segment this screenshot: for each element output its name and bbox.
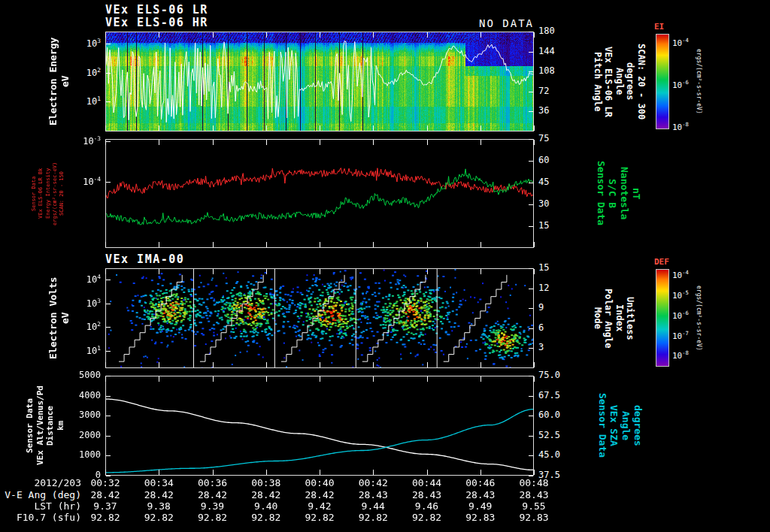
alt-top-tick-mark [534,376,535,382]
ima-bottom-tick-mark [320,362,320,367]
els-bottom-tick-mark [427,125,428,131]
time-tick-label: 00:40 [297,478,342,488]
ima-panel-title: VEx IMA-00 [105,254,184,266]
bottom-row-label: V-E Ang (deg) [3,490,81,500]
bottom-row-value: 28.43 [405,490,450,500]
els-colorbar-units: ergs/(cm²-s-sr-eV) [695,34,702,129]
ima-right-axis-title-line: Unitless [626,268,635,368]
els-bottom-tick-mark [266,125,267,131]
no-data-label: NO DATA [417,18,534,29]
bottom-row-value: 9.49 [458,501,503,512]
page-title-els-lr: VEx ELS-06 LR [105,5,208,17]
mag-bottom-tick-mark [266,242,267,247]
els-right-axis-title: Pitch AngleVEx ELS-06 LRAngledegreesSCAN… [593,32,646,131]
alt-bottom-tick-mark [373,470,374,475]
alt-top-tick-mark [266,376,267,382]
bottom-row-value: 28.43 [511,490,556,500]
ima-right-tick-mark [529,328,533,329]
alt-bottom-tick-mark [159,470,159,475]
mag-right-axis-title-line: nT [631,139,641,248]
els-top-tick-mark [320,32,320,38]
ima-left-tick-mark [106,280,111,280]
alt-sza-lineplot-canvas [106,376,533,475]
alt-left-axis-title-line: Sensor Data [26,376,35,476]
alt-right-axis-title: Sensor DataVEx SZAAngledegrees [597,376,643,476]
els-top-tick-mark [159,32,159,38]
els-right-tick-label: 36 [538,106,573,116]
ima-top-tick-mark [480,269,481,274]
alt-left-axis-title-line: VEx Alt/Venus/Pd [36,376,45,476]
ima-colorbar-title: DEF [654,258,684,267]
mag-left-axis-title-line: Energy Intensity [46,139,51,248]
time-tick-label: 00:32 [83,478,128,488]
ima-colorbar-units-text: ergs/(cm²-s-sr-eV) [696,269,702,367]
alt-top-tick-mark [320,376,320,382]
alt-bottom-tick-mark [105,470,106,475]
els-right-tick-mark [529,32,533,32]
mag-left-axis-title-line: ergs/(cm²-sr-sec-eV) [53,139,58,248]
mag-right-axis-title-line: S/C B [608,139,618,248]
bottom-row-label: LST (hr) [3,501,81,512]
alt-top-tick-mark [427,376,428,382]
bottom-row-value: 28.43 [458,490,503,500]
mag-bottom-tick-mark [320,242,320,247]
vex-quicklook-screen: VEx ELS-06 LR VEx ELS-06 HR NO DATA VEx … [0,0,770,532]
mag-right-tick-mark [529,139,533,140]
ima-right-tick-label: 9 [538,303,573,313]
els-left-tick-mark [106,101,111,102]
alt-left-tick-label: 2000 [63,431,101,440]
mag-bottom-tick-mark [480,242,481,247]
ima-right-tick-label: 15 [538,263,573,273]
mag-top-tick-mark [159,140,159,145]
ima-top-tick-mark [105,269,106,274]
alt-left-tick-mark [106,416,111,416]
bottom-row-value: 28.43 [350,490,396,500]
els-spectrogram-panel [105,32,534,131]
mag-top-tick-mark [480,140,481,145]
bottom-row-label: F10.7 (sfu) [3,512,81,523]
mag-bottom-tick-mark [534,242,535,247]
ima-left-axis-title-line: eV [60,268,71,368]
ima-colorbar [656,269,669,367]
time-tick-label: 00:38 [244,478,289,488]
ima-top-tick-mark [159,269,159,274]
alt-left-axis-title: Sensor DataVEx Alt/Venus/PdDistancekm [26,376,65,476]
mag-right-tick-label: 75 [538,134,573,144]
alt-bottom-tick-mark [427,470,428,475]
mag-top-tick-mark [427,140,428,145]
mag-left-axis-title-line: VEx ELS-06 LR Bk [38,139,44,248]
bottom-row-value: 9.46 [405,501,450,512]
alt-right-tick-label: 52.5 [538,431,573,440]
alt-sza-lineplot-panel [105,376,534,476]
els-left-axis-title: Electron EnergyeV [48,32,70,131]
bottom-row-value: 92.82 [83,512,128,523]
els-right-tick-label: 144 [538,47,573,56]
els-right-tick-label: 72 [538,86,573,96]
bottom-row-value: 9.55 [511,501,556,512]
alt-right-axis-title-line: degrees [632,376,643,476]
alt-left-tick-mark [106,436,111,437]
els-bottom-tick-mark [105,125,106,131]
alt-right-axis-title-line: Angle [620,376,631,476]
mag-right-tick-mark [529,161,533,162]
bottom-row-value: 92.82 [190,512,235,523]
alt-right-tick-label: 75.0 [538,370,573,380]
ima-right-axis-title-line: Index [614,268,624,368]
els-right-tick-mark [529,71,533,72]
alt-right-tick-label: 60.0 [538,410,573,420]
bottom-row-value: 92.82 [405,512,450,523]
alt-top-tick-mark [480,376,481,382]
ima-left-axis-title: Electron VoltseV [48,268,70,368]
alt-top-tick-mark [105,376,106,382]
alt-right-tick-mark [529,416,533,416]
els-colorbar-title: EI [654,23,684,32]
mag-right-axis-title-line: Nanotesla [619,139,629,248]
mag-bottom-tick-mark [213,242,214,247]
ima-bottom-tick-mark [213,362,214,367]
bottom-row-value: 92.83 [511,512,556,523]
mag-top-tick-mark [534,140,535,145]
ima-left-axis-title-line: Electron Volts [48,268,59,368]
alt-left-tick-mark [106,455,111,456]
time-tick-label: 00:42 [350,478,396,488]
ima-left-tick-mark [106,304,111,304]
